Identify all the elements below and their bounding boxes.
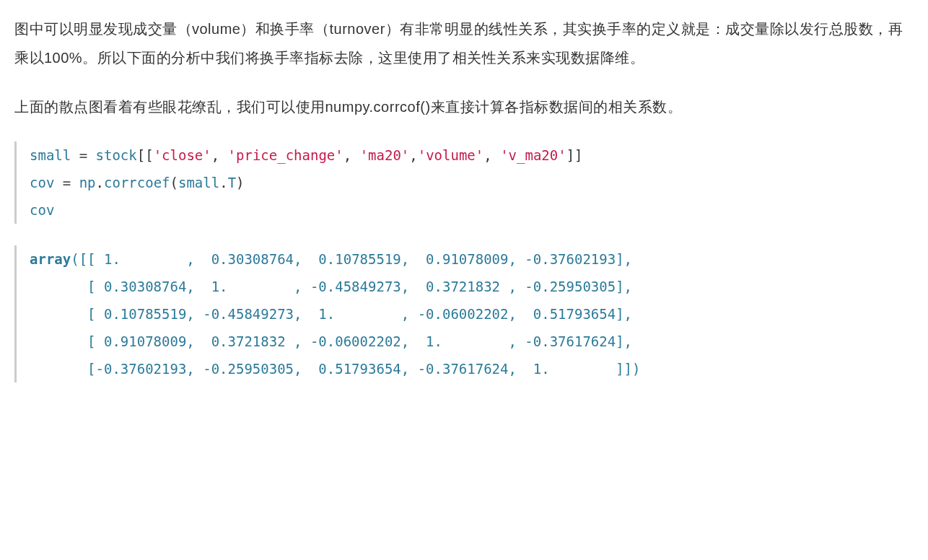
code-token: corrcoef [104,175,170,191]
code-token: = [79,147,96,163]
code-token: stock [96,147,137,163]
code-token: 'v_ma20' [500,147,566,163]
output-line-3: [ 0.10785519, -0.45849273, 1. , -0.06002… [30,300,914,328]
code-line-2: cov = np.corrcoef(small.T) [30,169,914,196]
output-line-2: [ 0.30308764, 1. , -0.45849273, 0.372183… [30,273,914,300]
output-line-5: [-0.37602193, -0.25950305, 0.51793654, -… [30,355,914,382]
code-token: cov [30,175,63,191]
code-token: 'volume' [418,147,484,163]
code-token: ( [170,175,178,191]
code-token: 'price_change' [228,147,343,163]
paragraph-1: 图中可以明显发现成交量（volume）和换手率（turnover）有非常明显的线… [14,14,914,72]
code-token: . [96,175,104,191]
output-block: array([[ 1. , 0.30308764, 0.10785519, 0.… [14,245,914,382]
code-token: . [219,175,227,191]
code-token: small [178,175,219,191]
output-token: ([[ 1. , 0.30308764, 0.10785519, 0.91078… [71,251,632,267]
code-token: , [483,147,500,163]
code-token: small [30,147,79,163]
code-token: , [409,147,417,163]
output-token: [ 0.91078009, 0.3721832 , -0.06002202, 1… [30,333,632,349]
code-token: np [79,175,96,191]
code-token: ]] [566,147,583,163]
output-token: [-0.37602193, -0.25950305, 0.51793654, -… [30,361,640,377]
code-token: [[ [137,147,154,163]
code-block: small = stock[['close', 'price_change', … [14,141,914,224]
code-token: 'ma20' [360,147,410,163]
output-token: [ 0.30308764, 1. , -0.45849273, 0.372183… [30,279,632,294]
code-token: , [343,147,360,163]
code-token: T [228,175,236,191]
code-token: = [63,175,79,191]
code-token: ) [236,175,244,191]
code-line-3: cov [30,196,914,224]
code-token: cov [30,202,54,218]
code-token: , [211,147,228,163]
code-line-1: small = stock[['close', 'price_change', … [30,141,914,169]
code-token: 'close' [154,147,211,163]
paragraph-2: 上面的散点图看着有些眼花缭乱，我们可以使用numpy.corrcof()来直接计… [14,92,914,121]
output-token: array [30,251,71,267]
output-token: [ 0.10785519, -0.45849273, 1. , -0.06002… [30,306,632,322]
output-line-4: [ 0.91078009, 0.3721832 , -0.06002202, 1… [30,328,914,355]
output-line-1: array([[ 1. , 0.30308764, 0.10785519, 0.… [30,245,914,273]
